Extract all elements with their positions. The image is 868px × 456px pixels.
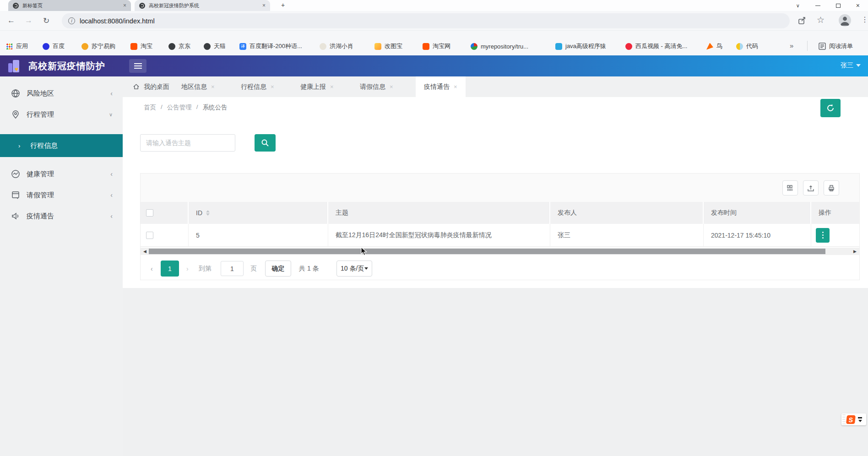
tab-close-icon[interactable]: × xyxy=(390,83,393,90)
export-button[interactable] xyxy=(803,180,819,195)
bookmark-myrepository[interactable]: myrepository/tru... xyxy=(471,41,528,52)
sidebar-toggle-button[interactable] xyxy=(129,59,146,73)
home-icon xyxy=(133,83,140,90)
breadcrumb-notice-mgmt[interactable]: 公告管理 xyxy=(167,103,192,112)
page-unit-label: 页 xyxy=(250,261,257,277)
bookmark-fanyi[interactable]: 译百度翻译-200种语... xyxy=(239,41,302,52)
ime-expand-icon[interactable] xyxy=(858,420,862,422)
app-tab-bar: 我的桌面 地区信息× 行程信息× 健康上报× 请假信息× 疫情通告× xyxy=(123,76,868,97)
repo-circle-icon xyxy=(471,43,477,50)
select-all-checkbox[interactable] xyxy=(146,209,153,217)
fanyi-icon: 译 xyxy=(239,43,246,50)
tab-close-icon[interactable]: × xyxy=(211,83,215,90)
table-toolbar xyxy=(141,174,859,202)
back-icon[interactable]: ← xyxy=(7,16,15,25)
ime-minimize-icon[interactable] xyxy=(858,417,862,418)
bookmark-jd[interactable]: 京东 xyxy=(168,41,190,52)
bookmark-suning[interactable]: 苏宁易购 xyxy=(81,41,115,52)
row-actions-cell xyxy=(811,224,859,246)
refresh-button[interactable] xyxy=(820,99,841,117)
browser-tab-newtab[interactable]: 新标签页 × xyxy=(8,0,131,11)
tab-leave-info[interactable]: 请假信息× xyxy=(357,76,396,97)
forward-icon[interactable]: → xyxy=(25,16,33,25)
profile-avatar[interactable] xyxy=(839,14,851,27)
scroll-left-icon[interactable]: ◀ xyxy=(143,249,146,254)
page-size-select[interactable]: 10 条/页 xyxy=(336,261,372,277)
announcement-icon xyxy=(11,212,20,221)
tab-my-desktop[interactable]: 我的桌面 xyxy=(130,76,172,97)
scrollbar-thumb[interactable] xyxy=(149,249,825,254)
tab-trip-info[interactable]: 行程信息× xyxy=(238,76,277,97)
row-subject-cell: 截至12月16日24时全国新型冠状病毒肺炎疫情最新情况 xyxy=(328,224,550,246)
sidebar-item-risk-area[interactable]: 风险地区 ‹ xyxy=(0,83,123,104)
bookmark-tmall[interactable]: 天猫 xyxy=(204,41,226,52)
columns-toggle-button[interactable] xyxy=(782,180,798,195)
page-next-icon[interactable]: › xyxy=(186,261,189,277)
header-id-cell[interactable]: ID xyxy=(189,202,328,224)
tab-close-icon[interactable]: × xyxy=(330,83,334,90)
main-panel: 首页 / 公告管理 / 系统公告 xyxy=(123,97,868,288)
window-chevron-icon[interactable]: ∨ xyxy=(796,3,800,9)
address-bar[interactable]: i localhost:8080/index.html xyxy=(62,13,790,28)
confirm-button[interactable]: 确定 xyxy=(265,261,291,277)
page-prev-icon[interactable]: ‹ xyxy=(151,261,153,277)
goto-page-input[interactable] xyxy=(221,261,244,276)
bookmark-code[interactable]: 代码 xyxy=(736,41,758,52)
breadcrumb-home[interactable]: 首页 xyxy=(144,103,156,112)
horizontal-scrollbar[interactable]: ◀ ▶ xyxy=(141,248,859,255)
sidebar-subitem-trip-info[interactable]: › 行程信息 xyxy=(0,134,123,157)
window-restore-icon[interactable] xyxy=(836,4,841,8)
bookmark-gaitubao[interactable]: 改图宝 xyxy=(374,41,402,52)
columns-icon xyxy=(787,185,794,192)
user-menu[interactable]: 张三 xyxy=(841,61,861,70)
bookmark-honghu[interactable]: 洪湖小肖 xyxy=(320,41,353,52)
bookmark-xigua[interactable]: 西瓜视频 - 高清免... xyxy=(625,41,687,52)
ime-toolbar[interactable]: S xyxy=(841,413,866,425)
tab-health-report[interactable]: 健康上报× xyxy=(298,76,336,97)
site-info-icon[interactable]: i xyxy=(68,17,75,24)
row-checkbox[interactable] xyxy=(146,232,153,239)
bookmark-apps[interactable]: 应用 xyxy=(6,41,28,52)
sidebar-item-health-mgmt[interactable]: 健康管理 ‹ xyxy=(0,163,123,185)
page-current-button[interactable]: 1 xyxy=(161,261,179,277)
bookmark-taobaowang[interactable]: 淘宝网 xyxy=(423,41,450,52)
bookmark-bird[interactable]: 鸟 xyxy=(706,41,722,52)
java-robot-icon xyxy=(555,43,562,50)
print-button[interactable] xyxy=(824,180,839,195)
sidebar-item-trip-mgmt[interactable]: 行程管理 ∨ xyxy=(0,104,123,125)
row-actions-button[interactable] xyxy=(816,228,830,243)
bookmark-taobao[interactable]: 淘宝 xyxy=(130,41,152,52)
tab-close-icon[interactable]: × xyxy=(123,2,126,9)
scroll-right-icon[interactable]: ▶ xyxy=(853,249,857,254)
new-tab-button[interactable]: + xyxy=(281,1,285,9)
browser-tab-app[interactable]: 高校新冠疫情防护系统 × xyxy=(135,0,270,11)
bookmarks-overflow-icon[interactable]: » xyxy=(790,42,793,49)
xigua-pin-icon xyxy=(625,43,632,50)
tab-close-icon[interactable]: × xyxy=(262,2,266,9)
bookmarks-bar: 应用 百度 苏宁易购 淘宝 京东 天猫 译百度翻译-200种语... 洪湖小肖 … xyxy=(0,30,868,55)
search-input[interactable] xyxy=(140,134,235,152)
sidebar-item-leave-mgmt[interactable]: 请假管理 ‹ xyxy=(0,185,123,206)
header-actions-cell: 操作 xyxy=(811,202,859,224)
reload-icon[interactable]: ↻ xyxy=(43,16,49,26)
suning-lion-icon xyxy=(81,43,88,50)
window-minimize-icon[interactable] xyxy=(815,5,820,6)
window-close-icon[interactable]: × xyxy=(856,2,860,9)
tab-region-info[interactable]: 地区信息× xyxy=(179,76,217,97)
search-button[interactable] xyxy=(255,134,276,152)
divider xyxy=(807,41,808,51)
tab-close-icon[interactable]: × xyxy=(454,83,457,90)
tab-close-icon[interactable]: × xyxy=(271,83,274,90)
chevron-down-icon xyxy=(856,64,861,67)
bookmark-star-icon[interactable]: ☆ xyxy=(817,15,825,25)
tab-epidemic-notice[interactable]: 疫情通告× xyxy=(416,76,466,97)
reading-list-button[interactable]: 阅读清单 xyxy=(819,41,853,52)
bookmark-java[interactable]: java高级程序猿 xyxy=(555,41,606,52)
sidebar-item-epidemic-notice[interactable]: 疫情通告 ‹ xyxy=(0,206,123,227)
bookmark-baidu[interactable]: 百度 xyxy=(43,41,65,52)
tmall-globe-icon xyxy=(204,43,211,50)
sort-icon[interactable] xyxy=(206,210,210,216)
total-count-label: 共 1 条 xyxy=(299,261,319,277)
share-icon[interactable] xyxy=(797,16,807,25)
browser-menu-icon[interactable]: ⋮ xyxy=(861,15,868,24)
